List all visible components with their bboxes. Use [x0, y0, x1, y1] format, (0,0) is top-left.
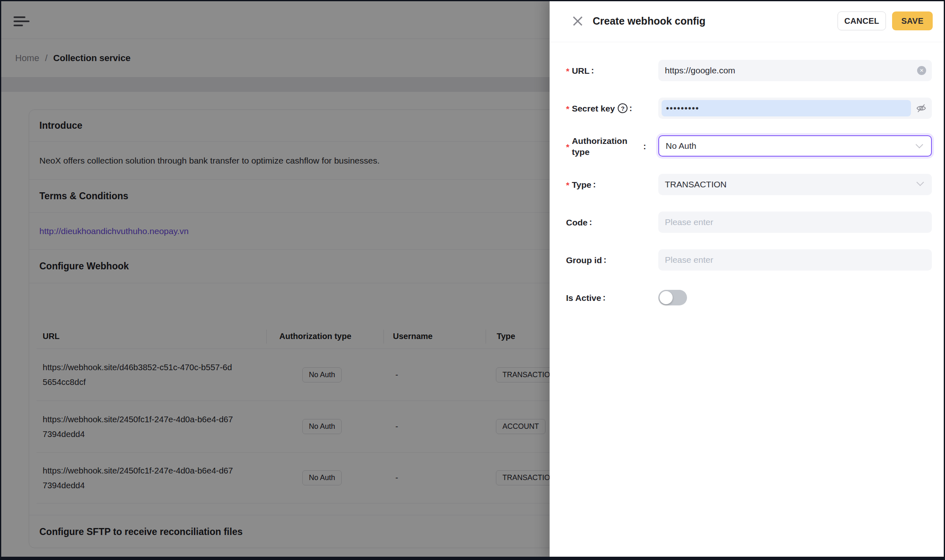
chevron-down-icon: [915, 141, 923, 148]
form-row-code: Code :: [566, 212, 932, 233]
form-row-secret-key: * Secret key ? : •••••••••: [566, 98, 932, 119]
required-mark: *: [566, 104, 569, 114]
secret-key-label: * Secret key ? :: [566, 98, 658, 119]
save-button[interactable]: SAVE: [892, 11, 933, 30]
form-row-authorization-type: * Authorization type : No Auth: [566, 135, 932, 157]
url-input[interactable]: [658, 60, 932, 81]
is-active-field-wrap: [658, 287, 932, 308]
type-label: * Type :: [566, 174, 658, 195]
url-label: * URL :: [566, 60, 658, 81]
group-id-input[interactable]: [658, 249, 932, 271]
authorization-type-label: * Authorization type :: [566, 135, 658, 157]
authorization-type-select[interactable]: No Auth: [658, 135, 932, 157]
drawer-header: Create webhook config CANCEL SAVE: [550, 0, 945, 42]
code-label: Code :: [566, 212, 658, 233]
is-active-toggle[interactable]: [658, 290, 687, 305]
form-row-is-active: Is Active :: [566, 287, 932, 308]
authorization-type-field-wrap: No Auth: [658, 135, 932, 157]
eye-invisible-icon[interactable]: [916, 103, 927, 114]
toggle-knob: [660, 291, 673, 304]
required-mark: *: [566, 142, 569, 152]
form-row-type: * Type : TRANSACTION: [566, 174, 932, 195]
group-id-label: Group id :: [566, 249, 658, 271]
code-field-wrap: [658, 212, 932, 233]
required-mark: *: [566, 66, 569, 76]
code-input[interactable]: [658, 212, 932, 233]
type-field-wrap: TRANSACTION: [658, 174, 932, 195]
screen: Home / Collection service Introduce NeoX…: [0, 0, 945, 560]
required-mark: *: [566, 180, 569, 190]
secret-key-selection: •••••••••: [662, 100, 911, 116]
group-id-field-wrap: [658, 249, 932, 271]
chevron-down-icon: [916, 178, 924, 186]
masked-password: •••••••••: [666, 104, 699, 112]
cancel-button[interactable]: CANCEL: [838, 11, 886, 30]
create-webhook-drawer: Create webhook config CANCEL SAVE * URL …: [550, 0, 945, 560]
url-field-wrap: ✕: [658, 60, 932, 81]
form-row-url: * URL : ✕: [566, 60, 932, 81]
help-circle-icon[interactable]: ?: [618, 103, 628, 113]
is-active-label: Is Active :: [566, 287, 658, 308]
close-icon[interactable]: [572, 16, 583, 27]
form-row-group-id: Group id :: [566, 249, 932, 271]
drawer-title: Create webhook config: [593, 15, 838, 27]
webhook-config-form: * URL : ✕ * Secret key ? :: [550, 42, 945, 308]
clear-icon[interactable]: ✕: [917, 66, 926, 75]
type-select[interactable]: TRANSACTION: [658, 174, 932, 195]
secret-key-input[interactable]: •••••••••: [658, 98, 932, 119]
secret-key-field-wrap: •••••••••: [658, 98, 932, 119]
